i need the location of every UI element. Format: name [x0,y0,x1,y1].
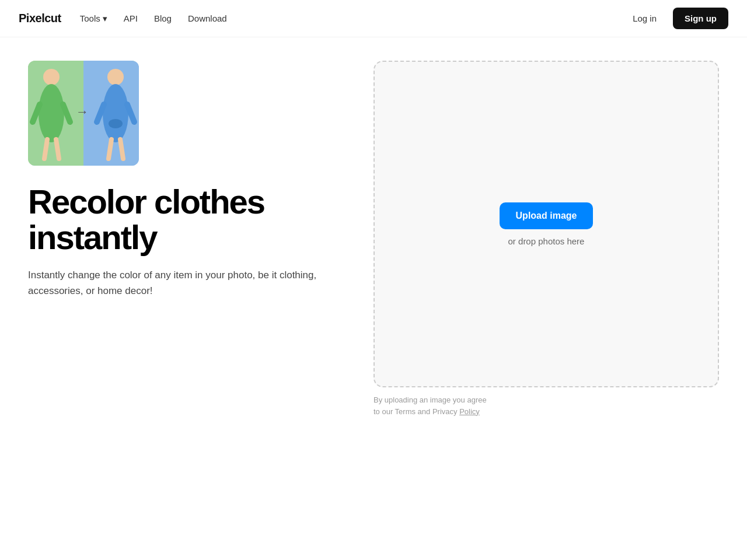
upload-section: Upload image or drop photos here By uplo… [374,37,747,560]
svg-point-2 [43,69,60,85]
hero-section: → Recolor clothes instantly Instantly ch… [0,37,374,560]
svg-line-7 [56,139,59,159]
upload-dropzone[interactable]: Upload image or drop photos here [374,61,719,387]
nav-actions: Log in Sign up [623,8,728,29]
navbar: Pixelcut Tools ▾ API Blog Download Log i… [0,0,747,37]
nav-blog[interactable]: Blog [154,13,172,23]
hero-title: Recolor clothes instantly [28,184,345,256]
hero-image: → [28,61,139,166]
nav-api[interactable]: API [124,13,138,23]
svg-line-13 [109,139,111,159]
upload-disclaimer: By uploading an image you agree to our T… [374,394,490,417]
main-container: → Recolor clothes instantly Instantly ch… [0,37,747,560]
svg-point-3 [39,84,64,142]
chevron-down-icon: ▾ [103,13,107,24]
drop-text: or drop photos here [508,236,585,246]
nav-tools[interactable]: Tools ▾ [80,13,107,24]
hero-subtitle: Instantly change the color of any item i… [28,267,331,299]
svg-line-6 [44,139,47,159]
logo[interactable]: Pixelcut [19,12,61,25]
svg-point-15 [109,119,123,128]
nav-links: Tools ▾ API Blog Download [80,13,623,24]
svg-text:→: → [76,104,89,119]
svg-line-14 [120,139,123,159]
upload-image-button[interactable]: Upload image [500,202,594,229]
login-button[interactable]: Log in [623,9,666,28]
svg-point-10 [103,84,128,142]
svg-point-9 [107,69,124,85]
nav-download[interactable]: Download [188,13,227,23]
policy-link[interactable]: Policy [459,407,480,416]
signup-button[interactable]: Sign up [673,8,728,29]
